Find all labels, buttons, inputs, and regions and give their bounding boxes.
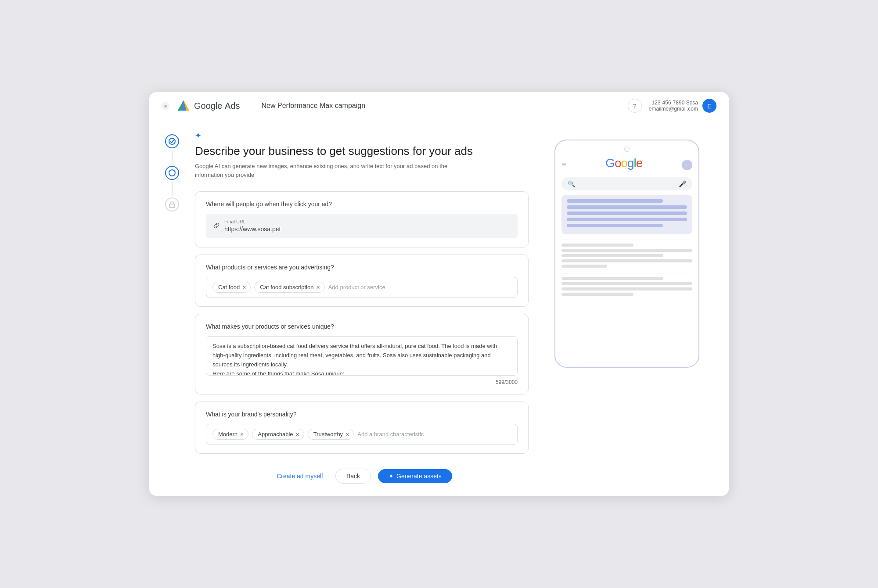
step-connector-2 bbox=[172, 182, 173, 196]
steps-panel bbox=[160, 131, 184, 486]
step-active-icon bbox=[165, 166, 179, 180]
phone-header-row: ≡ Google bbox=[555, 156, 698, 177]
google-logo-text: Google bbox=[605, 156, 642, 170]
tag-cat-food-remove[interactable]: × bbox=[242, 284, 246, 290]
link-icon bbox=[213, 222, 220, 230]
account-email: emailme@gmail.com bbox=[649, 106, 698, 112]
browser-window: × Google Ads New Performance Max campaig… bbox=[149, 92, 729, 496]
phone-search-input: 🔍 🎤 bbox=[561, 177, 692, 190]
phone-result-line-3 bbox=[567, 212, 687, 215]
logo-divider bbox=[251, 100, 251, 112]
unique-card-title: What makes your products or services uni… bbox=[206, 323, 518, 330]
tag-modern-label: Modern bbox=[218, 431, 237, 437]
url-card: Where will people go when they click you… bbox=[195, 191, 529, 247]
step-connector-1 bbox=[172, 150, 173, 164]
main-heading: Describe your business to get suggestion… bbox=[195, 144, 529, 159]
phone-search-icon: 🔍 bbox=[568, 180, 575, 187]
tag-modern-remove[interactable]: × bbox=[240, 431, 244, 437]
phone-result-line-4 bbox=[567, 218, 687, 221]
form-area: ✦ Describe your business to get suggesti… bbox=[195, 131, 529, 486]
generate-label: Generate assets bbox=[396, 473, 442, 480]
logo-area: Google Ads bbox=[176, 99, 240, 113]
main-subtext: Google AI can generate new images, enhan… bbox=[195, 162, 450, 179]
logo-text: Google Ads bbox=[194, 101, 240, 111]
ai-badge: ✦ bbox=[195, 131, 202, 140]
phone-menu-icon: ≡ bbox=[561, 160, 566, 169]
tag-modern: Modern × bbox=[212, 429, 248, 440]
phone-result-plain-1 bbox=[561, 244, 692, 268]
tag-cat-food-label: Cat food bbox=[218, 284, 240, 290]
phone-panel: ≡ Google 🔍 🎤 bbox=[539, 131, 715, 486]
generate-sparkle-icon: ✦ bbox=[389, 473, 394, 480]
url-label: Final URL bbox=[224, 219, 281, 224]
phone-search-row: 🔍 🎤 bbox=[555, 177, 698, 195]
main-content: ✦ Describe your business to get suggesti… bbox=[149, 120, 729, 496]
tag-approachable-label: Approachable bbox=[258, 431, 293, 437]
tag-trustworthy-label: Trustworthy bbox=[313, 431, 343, 437]
phone-result-line-1 bbox=[567, 199, 663, 203]
phone-mic-icon: 🎤 bbox=[679, 180, 686, 187]
sparkle-icon: ✦ bbox=[195, 131, 202, 140]
generate-assets-button[interactable]: ✦ Generate assets bbox=[378, 469, 452, 483]
phone-result-plain-2 bbox=[561, 277, 692, 296]
tag-cat-food-subscription-label: Cat food subscription bbox=[260, 284, 313, 290]
tag-cat-food: Cat food × bbox=[212, 282, 251, 293]
personality-card-title: What is your brand's personality? bbox=[206, 411, 518, 418]
help-button[interactable]: ? bbox=[628, 99, 642, 113]
svg-point-7 bbox=[169, 170, 175, 176]
products-card: What products or services are you advert… bbox=[195, 255, 529, 307]
url-value: https://www.sosa.pet bbox=[224, 226, 281, 233]
phone-divider-1 bbox=[561, 240, 692, 240]
account-phone: 123-456-7890 Sosa bbox=[649, 100, 698, 106]
close-button[interactable]: × bbox=[162, 102, 169, 110]
phone-google-logo: Google bbox=[566, 156, 682, 170]
phone-divider-2 bbox=[561, 273, 692, 273]
phone-notch bbox=[624, 147, 630, 152]
avatar[interactable]: E bbox=[702, 99, 716, 113]
unique-textarea[interactable]: Sosa is a subscription-based cat food de… bbox=[206, 336, 518, 376]
tag-approachable-remove[interactable]: × bbox=[296, 431, 299, 437]
back-button[interactable]: Back bbox=[335, 469, 371, 484]
tag-approachable: Approachable × bbox=[252, 429, 304, 440]
section-header: ✦ Describe your business to get suggesti… bbox=[195, 131, 529, 190]
tag-trustworthy: Trustworthy × bbox=[308, 429, 354, 440]
products-placeholder: Add product or service bbox=[328, 284, 385, 290]
personality-card: What is your brand's personality? Modern… bbox=[195, 402, 529, 454]
phone-result-line-2 bbox=[567, 205, 687, 209]
tag-cat-food-subscription: Cat food subscription × bbox=[254, 282, 324, 293]
tag-cat-food-subscription-remove[interactable]: × bbox=[316, 284, 320, 290]
personality-tags-box[interactable]: Modern × Approachable × Trustworthy × Ad… bbox=[206, 424, 518, 445]
campaign-title: New Performance Max campaign bbox=[262, 102, 366, 110]
products-tags-box[interactable]: Cat food × Cat food subscription × Add p… bbox=[206, 277, 518, 298]
phone-result-highlighted bbox=[561, 195, 692, 234]
products-card-title: What products or services are you advert… bbox=[206, 264, 518, 271]
personality-placeholder: Add a brand characteristic bbox=[357, 431, 424, 437]
browser-bar: × Google Ads New Performance Max campaig… bbox=[149, 92, 729, 120]
url-card-title: Where will people go when they click you… bbox=[206, 201, 518, 208]
step-locked-icon bbox=[165, 197, 179, 212]
phone-avatar-circle bbox=[682, 160, 692, 170]
account-info: 123-456-7890 Sosa emailme@gmail.com E bbox=[649, 99, 716, 113]
tag-trustworthy-remove[interactable]: × bbox=[345, 431, 349, 437]
google-ads-logo-icon bbox=[176, 99, 191, 113]
step-done-icon bbox=[165, 134, 179, 148]
svg-rect-8 bbox=[169, 204, 175, 208]
footer-buttons: Create ad myself Back ✦ Generate assets bbox=[195, 461, 529, 485]
create-ad-myself-button[interactable]: Create ad myself bbox=[271, 469, 328, 483]
unique-card: What makes your products or services uni… bbox=[195, 314, 529, 394]
phone-mockup: ≡ Google 🔍 🎤 bbox=[554, 140, 699, 368]
phone-result-line-5 bbox=[567, 224, 663, 227]
char-count: 599/3000 bbox=[206, 379, 518, 385]
url-input-box[interactable]: Final URL https://www.sosa.pet bbox=[206, 214, 518, 238]
